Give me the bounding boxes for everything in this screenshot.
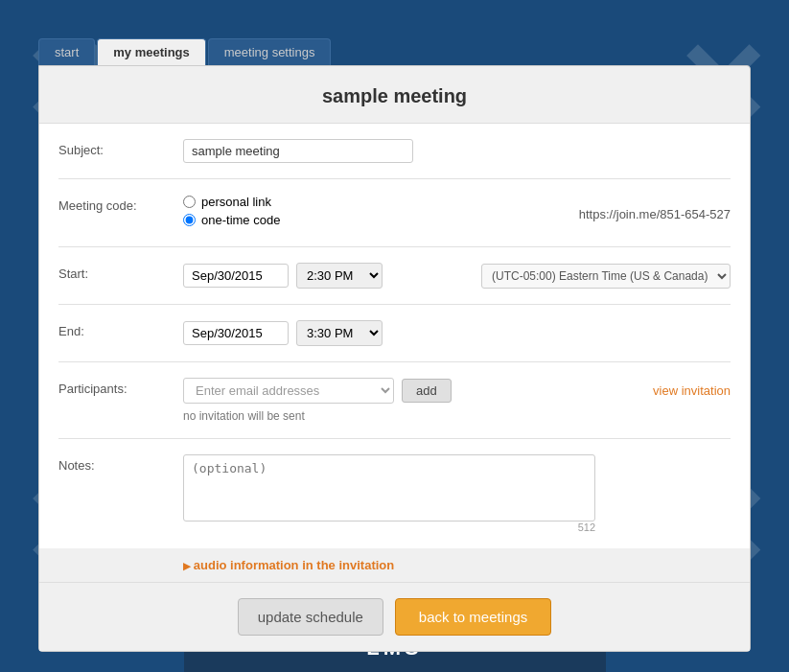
audio-info-row: audio information in the invitation [39, 548, 750, 582]
no-invitation-text: no invitation will be sent [183, 409, 731, 423]
start-label: Start: [58, 263, 183, 281]
notes-textarea[interactable] [183, 454, 595, 521]
subject-label: Subject: [58, 139, 183, 157]
subject-row: Subject: [58, 139, 731, 179]
end-date-input[interactable] [183, 321, 289, 345]
participants-content: Enter email addresses add view invitatio… [183, 378, 731, 423]
audio-info-link[interactable]: audio information in the invitation [183, 558, 394, 572]
notes-label: Notes: [58, 454, 183, 473]
view-invitation-link[interactable]: view invitation [653, 383, 731, 398]
add-button[interactable]: add [402, 379, 452, 403]
participants-row: Participants: Enter email addresses add … [58, 378, 731, 439]
subject-content [183, 139, 731, 163]
personal-link-label: personal link [201, 195, 271, 209]
end-time-select[interactable]: 3:30 PM [296, 320, 383, 346]
start-date-input[interactable] [183, 264, 289, 288]
meeting-code-row: Meeting code: personal link one-time cod… [58, 195, 731, 247]
char-count: 512 [183, 521, 595, 533]
personal-link-radio[interactable] [183, 196, 196, 208]
dialog-footer: update schedule back to meetings [39, 582, 750, 651]
main-container: start my meetings meeting settings sampl… [38, 38, 751, 634]
start-row: Start: 2:30 PM (UTC-05:00) Eastern Time … [58, 263, 731, 305]
email-input[interactable]: Enter email addresses [183, 378, 394, 404]
meeting-code-label: Meeting code: [58, 195, 183, 213]
start-time-select[interactable]: 2:30 PM [296, 263, 383, 289]
tab-my-meetings[interactable]: my meetings [97, 38, 205, 65]
timezone-select[interactable]: (UTC-05:00) Eastern Time (US & Canada) [481, 264, 731, 289]
dialog: sample meeting Subject: Meeting code: pe… [38, 65, 751, 652]
end-label: End: [58, 320, 183, 338]
end-row: End: 3:30 PM [58, 320, 731, 362]
one-time-code-label: one-time code [201, 213, 280, 227]
notes-content: 512 [183, 454, 731, 533]
personal-link-row: personal link [183, 195, 579, 209]
start-datetime-row: 2:30 PM (UTC-05:00) Eastern Time (US & C… [183, 263, 731, 289]
dialog-body: Subject: Meeting code: personal link one… [39, 124, 750, 548]
subject-input[interactable] [183, 139, 413, 163]
back-to-meetings-button[interactable]: back to meetings [395, 598, 551, 636]
one-time-code-row: one-time code [183, 213, 579, 227]
tab-bar: start my meetings meeting settings [38, 38, 751, 65]
tab-start[interactable]: start [38, 38, 95, 65]
participants-input-row: Enter email addresses add view invitatio… [183, 378, 731, 404]
end-datetime-row: 3:30 PM [183, 320, 731, 346]
end-content: 3:30 PM [183, 320, 731, 346]
start-content: 2:30 PM (UTC-05:00) Eastern Time (US & C… [183, 263, 731, 289]
participants-label: Participants: [58, 378, 183, 396]
notes-row: Notes: 512 [58, 454, 731, 533]
tab-meeting-settings[interactable]: meeting settings [208, 38, 332, 65]
update-schedule-button[interactable]: update schedule [238, 598, 383, 636]
one-time-code-radio[interactable] [183, 214, 196, 226]
meeting-url: https://join.me/851-654-527 [579, 205, 731, 221]
meeting-code-content: personal link one-time code [183, 195, 579, 231]
dialog-title: sample meeting [39, 66, 750, 124]
